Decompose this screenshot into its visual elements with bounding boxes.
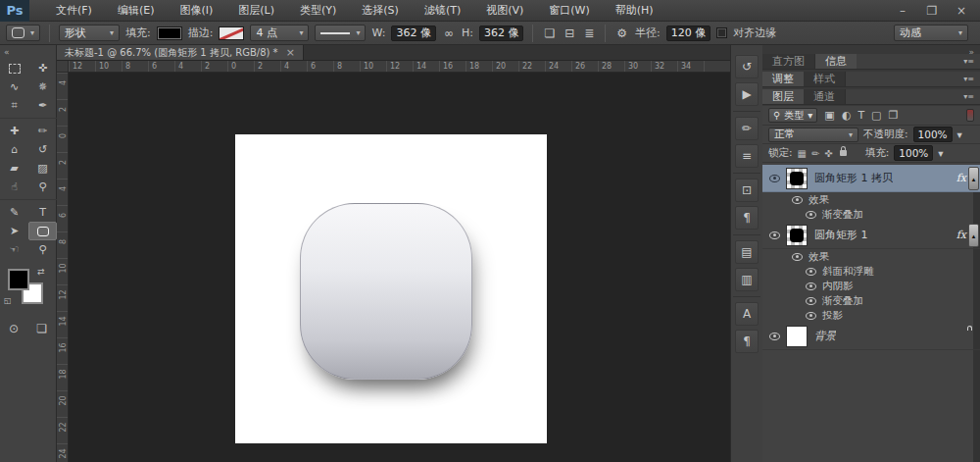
panel-icon-layer-comps[interactable]: ▤ bbox=[735, 240, 759, 264]
tool-rectangular-marquee[interactable] bbox=[0, 59, 28, 77]
tool-path-selection[interactable]: ➤ bbox=[0, 222, 28, 240]
tool-hand[interactable]: ☜ bbox=[0, 240, 28, 259]
path-alignment-icon[interactable]: ⊟ bbox=[563, 26, 576, 40]
tool-clone-stamp[interactable]: ⌂ bbox=[0, 140, 28, 159]
minimize-button[interactable]: – bbox=[890, 1, 915, 21]
filter-shape-layers-icon[interactable]: ▢ bbox=[871, 109, 881, 122]
panel-icon-paragraph-styles[interactable]: ¶ bbox=[735, 330, 759, 353]
menu-item-view[interactable]: 视图(V) bbox=[473, 0, 536, 22]
panel-icon-clone-source[interactable]: ⊡ bbox=[735, 179, 759, 202]
menu-item-image[interactable]: 图像(I) bbox=[167, 0, 225, 22]
workspace-switcher[interactable]: 动感 ▾ bbox=[894, 25, 968, 41]
tab-channels[interactable]: 通道 bbox=[804, 89, 846, 104]
default-colors-icon[interactable]: ◱ bbox=[4, 296, 12, 305]
effect-gradient-overlay[interactable]: 渐变叠加 bbox=[762, 207, 980, 222]
stroke-color-swatch[interactable] bbox=[219, 26, 244, 40]
fill-color-swatch[interactable] bbox=[157, 26, 182, 40]
tool-brush[interactable]: ✏ bbox=[28, 122, 57, 140]
filter-toggle-switch[interactable] bbox=[966, 109, 974, 122]
document-canvas[interactable] bbox=[235, 134, 547, 443]
restore-button[interactable]: ❐ bbox=[919, 1, 945, 21]
tab-info[interactable]: 信息 bbox=[815, 54, 857, 69]
visibility-eye-icon[interactable] bbox=[806, 268, 816, 276]
tool-history-brush[interactable]: ↺ bbox=[28, 140, 57, 159]
layer-thumbnail[interactable] bbox=[786, 168, 808, 189]
visibility-eye-icon[interactable] bbox=[792, 253, 803, 261]
visibility-eye-icon[interactable] bbox=[806, 211, 816, 219]
tool-spot-healing-brush[interactable]: ✚ bbox=[0, 122, 28, 140]
layer-row-rounded-rect[interactable]: 圆角矩形 1 fx ▴ bbox=[762, 222, 980, 249]
fill-field[interactable]: 100% bbox=[894, 145, 933, 161]
collapse-effects-button[interactable]: ▴ bbox=[968, 167, 979, 190]
visibility-eye-icon[interactable] bbox=[806, 282, 816, 290]
menu-item-file[interactable]: 文件(F) bbox=[43, 0, 105, 22]
stroke-width-dropdown[interactable]: 4 点 ▾ bbox=[250, 25, 309, 41]
menu-item-filter[interactable]: 滤镜(T) bbox=[412, 0, 473, 22]
visibility-eye-icon[interactable] bbox=[769, 333, 780, 340]
visibility-eye-icon[interactable] bbox=[792, 196, 803, 204]
path-operations-icon[interactable]: ❏ bbox=[542, 26, 557, 40]
effect-drop-shadow[interactable]: 投影 bbox=[762, 308, 980, 323]
lock-paint-icon[interactable]: ✏ bbox=[811, 148, 819, 159]
lock-all-icon[interactable] bbox=[840, 150, 847, 156]
visibility-eye-icon[interactable] bbox=[769, 231, 780, 239]
tab-layers[interactable]: 图层 bbox=[762, 89, 804, 104]
filter-pixel-layers-icon[interactable]: ▣ bbox=[824, 109, 834, 122]
tool-eraser[interactable]: ▰ bbox=[0, 159, 28, 178]
fx-badge[interactable]: fx bbox=[956, 229, 966, 241]
lock-transparency-icon[interactable]: ▦ bbox=[798, 148, 807, 159]
menu-item-type[interactable]: 类型(Y) bbox=[287, 0, 349, 22]
opacity-field[interactable]: 100% bbox=[913, 127, 953, 142]
layer-thumbnail[interactable] bbox=[786, 225, 808, 246]
menu-item-layer[interactable]: 图层(L) bbox=[225, 0, 287, 22]
tool-preset-button[interactable]: ▾ bbox=[6, 25, 40, 41]
panel-icon-paragraph[interactable]: ¶ bbox=[735, 206, 759, 230]
panel-icon-brush-presets[interactable]: ≡ bbox=[735, 144, 759, 168]
filter-adjustment-layers-icon[interactable]: ◐ bbox=[842, 109, 852, 122]
shape-height-field[interactable]: 362 像 bbox=[479, 26, 524, 41]
quick-mask-icon[interactable]: ⊙ bbox=[9, 322, 19, 335]
tool-type[interactable]: T bbox=[28, 203, 57, 222]
visibility-eye-icon[interactable] bbox=[769, 175, 780, 182]
visibility-eye-icon[interactable] bbox=[806, 312, 816, 320]
collapse-toolbar-icon[interactable]: « bbox=[0, 45, 56, 59]
layer-thumbnail[interactable] bbox=[786, 326, 808, 347]
gear-icon[interactable]: ⚙ bbox=[614, 26, 629, 40]
align-edges-checkbox[interactable] bbox=[716, 27, 727, 38]
effects-header[interactable]: 效果 bbox=[762, 249, 980, 264]
tool-smudge[interactable]: ☝ bbox=[0, 178, 28, 196]
horizontal-ruler-numbers[interactable]: 121086420246810121416182022242628303234 bbox=[69, 61, 730, 73]
panel-icon-properties[interactable]: ▥ bbox=[735, 268, 759, 291]
link-dimensions-icon[interactable]: ∞ bbox=[442, 26, 456, 40]
tool-mode-dropdown[interactable]: 形状 ▾ bbox=[59, 25, 120, 41]
panel-icon-brush[interactable]: ✏ bbox=[735, 117, 759, 140]
panel-icon-actions[interactable]: ▶ bbox=[735, 82, 759, 106]
effect-gradient-overlay[interactable]: 渐变叠加 bbox=[762, 293, 980, 308]
menu-item-edit[interactable]: 编辑(E) bbox=[105, 0, 168, 22]
filter-smart-objects-icon[interactable]: ❐ bbox=[889, 109, 899, 122]
screen-mode-icon[interactable]: ❏ bbox=[36, 322, 47, 335]
stroke-type-dropdown[interactable]: ▾ bbox=[315, 25, 366, 41]
tab-histogram[interactable]: 直方图 bbox=[762, 54, 815, 69]
fx-badge[interactable]: fx bbox=[956, 172, 966, 184]
swap-colors-icon[interactable]: ⇄ bbox=[37, 267, 45, 277]
panel-icon-history[interactable]: ↺ bbox=[735, 55, 759, 78]
layer-row-background[interactable]: 背景 bbox=[762, 323, 980, 350]
panel-menu-icon[interactable]: ▾≡ bbox=[963, 89, 980, 104]
menu-item-window[interactable]: 窗口(W) bbox=[536, 0, 602, 22]
tool-eyedropper[interactable]: ✒ bbox=[28, 96, 57, 115]
tool-move[interactable]: ✜ bbox=[28, 59, 57, 77]
blend-mode-dropdown[interactable]: 正常 ▾ bbox=[768, 128, 858, 142]
tool-zoom[interactable]: ⚲ bbox=[28, 240, 57, 259]
layer-row-rounded-rect-copy[interactable]: 圆角矩形 1 拷贝 fx ▴ bbox=[762, 165, 980, 192]
menu-item-help[interactable]: 帮助(H) bbox=[603, 0, 666, 22]
filter-kind-dropdown[interactable]: ⚲ 类型 ▾ bbox=[768, 108, 817, 123]
tab-styles[interactable]: 样式 bbox=[804, 72, 846, 86]
filter-type-layers-icon[interactable]: T bbox=[858, 109, 864, 122]
effects-header[interactable]: 效果 bbox=[762, 192, 980, 207]
visibility-eye-icon[interactable] bbox=[806, 297, 816, 305]
tool-gradient[interactable]: ▨ bbox=[28, 159, 57, 178]
tool-dodge[interactable]: ⚲ bbox=[28, 178, 57, 196]
chevron-down-icon[interactable]: ▾ bbox=[957, 128, 962, 140]
tool-pen[interactable]: ✎ bbox=[0, 203, 28, 222]
